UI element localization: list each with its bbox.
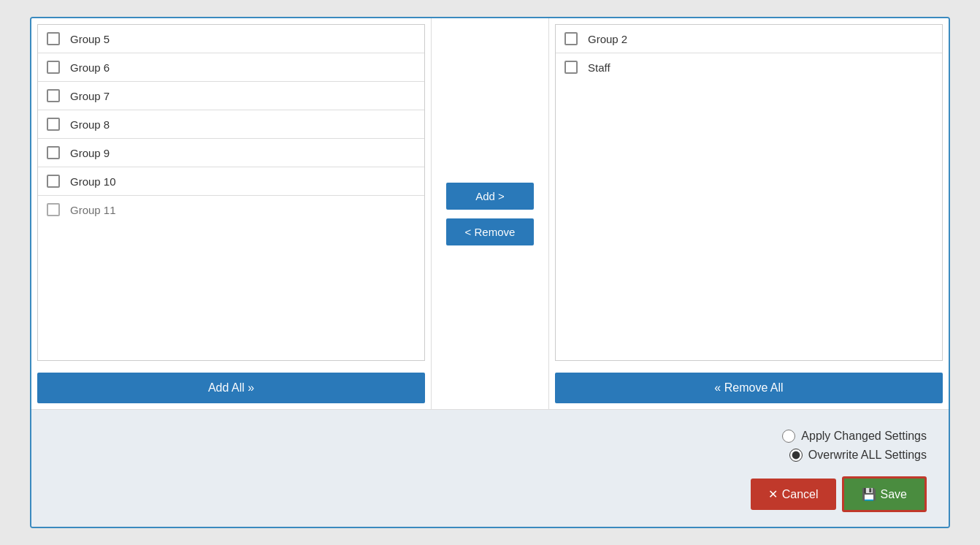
list-item[interactable]: Group 10 [38, 167, 424, 196]
list-item[interactable]: Group 9 [38, 139, 424, 167]
list-item-checkbox[interactable] [47, 118, 60, 131]
bottom-panel: Apply Changed Settings Overwrite ALL Set… [31, 410, 949, 527]
list-item[interactable]: Group 11 [38, 196, 424, 224]
list-item[interactable]: Group 6 [38, 53, 424, 82]
cancel-label: Cancel [782, 488, 819, 501]
list-item-label: Group 10 [70, 175, 116, 188]
list-item[interactable]: Group 7 [38, 82, 424, 110]
list-item-label: Group 11 [70, 204, 116, 216]
list-item[interactable]: Group 2 [556, 25, 942, 53]
main-dialog: Group 5Group 6Group 7Group 8Group 9Group… [30, 17, 950, 528]
available-groups-list[interactable]: Group 5Group 6Group 7Group 8Group 9Group… [37, 24, 425, 361]
cancel-button[interactable]: ✕ Cancel [751, 479, 836, 510]
apply-changed-option[interactable]: Apply Changed Settings [782, 430, 927, 443]
list-item-label: Staff [588, 61, 610, 74]
list-item[interactable]: Staff [556, 53, 942, 81]
list-item-label: Group 5 [70, 33, 110, 45]
list-item-label: Group 9 [70, 147, 110, 159]
list-item-checkbox[interactable] [47, 61, 60, 74]
list-item-label: Group 6 [70, 61, 110, 74]
action-buttons: ✕ Cancel 💾 Save [751, 476, 927, 512]
settings-radio-group: Apply Changed Settings Overwrite ALL Set… [782, 430, 927, 462]
list-item-checkbox[interactable] [47, 32, 60, 45]
overwrite-all-radio[interactable] [789, 449, 803, 462]
list-item-checkbox[interactable] [47, 175, 60, 188]
list-item-checkbox[interactable] [47, 203, 60, 216]
left-panel: Group 5Group 6Group 7Group 8Group 9Group… [31, 18, 432, 409]
save-label: Save [881, 488, 907, 501]
transfer-controls: Add > < Remove [432, 18, 548, 409]
save-icon: 💾 [862, 487, 876, 501]
remove-button[interactable]: < Remove [446, 218, 534, 245]
add-button[interactable]: Add > [446, 183, 534, 210]
list-item-checkbox[interactable] [564, 61, 578, 74]
list-item-label: Group 2 [588, 33, 627, 45]
add-all-button[interactable]: Add All » [37, 373, 425, 403]
transfer-list-area: Group 5Group 6Group 7Group 8Group 9Group… [31, 18, 949, 410]
list-item-label: Group 7 [70, 90, 110, 102]
list-item[interactable]: Group 8 [38, 110, 424, 139]
apply-changed-label: Apply Changed Settings [801, 430, 927, 443]
list-item-checkbox[interactable] [47, 146, 60, 159]
list-item-checkbox[interactable] [564, 32, 578, 45]
list-item[interactable]: Group 5 [38, 25, 424, 53]
right-panel: Group 2Staff « Remove All [548, 18, 949, 409]
save-button[interactable]: 💾 Save [842, 476, 927, 512]
apply-changed-radio[interactable] [782, 430, 795, 443]
overwrite-all-label: Overwrite ALL Settings [808, 449, 927, 462]
list-item-label: Group 8 [70, 118, 110, 131]
overwrite-all-option[interactable]: Overwrite ALL Settings [789, 449, 927, 462]
selected-groups-list[interactable]: Group 2Staff [555, 24, 943, 361]
list-item-checkbox[interactable] [47, 89, 60, 102]
remove-all-button[interactable]: « Remove All [555, 373, 943, 403]
cancel-icon: ✕ [768, 487, 778, 501]
